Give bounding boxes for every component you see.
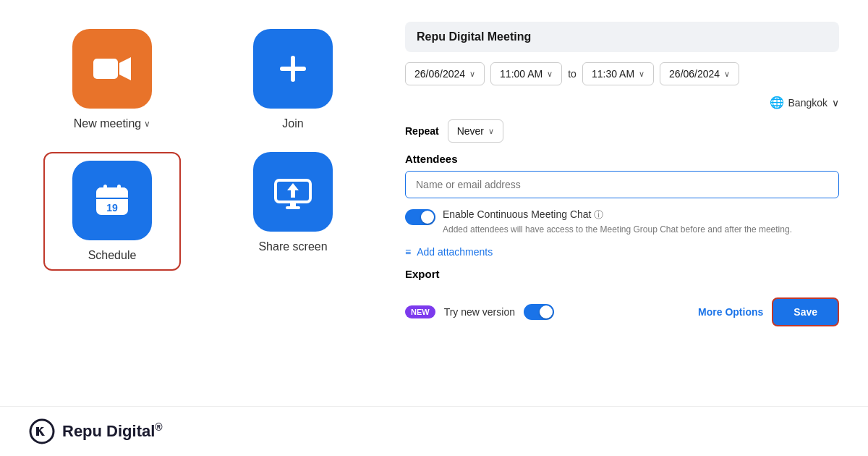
timezone-row: 🌐 Bangkok ∨ bbox=[405, 96, 839, 109]
end-date-chevron: ∨ bbox=[724, 69, 730, 79]
share-screen-text: Share screen bbox=[258, 240, 327, 253]
camera-icon bbox=[93, 56, 131, 82]
new-meeting-item[interactable]: New meeting ∨ bbox=[43, 29, 181, 130]
meeting-title: Repu Digital Meeting bbox=[417, 30, 531, 43]
start-time-chevron: ∨ bbox=[547, 69, 553, 79]
bottom-right: More Options Save bbox=[698, 297, 839, 326]
attachments-row[interactable]: ≡ Add attachments bbox=[405, 246, 839, 258]
svg-rect-9 bbox=[117, 185, 121, 192]
repeat-row: Repeat Never ∨ bbox=[405, 119, 839, 143]
main-container: New meeting ∨ Join bbox=[0, 0, 868, 406]
end-time-dropdown[interactable]: 11:30 AM ∨ bbox=[582, 62, 654, 85]
start-date-dropdown[interactable]: 26/06/2024 ∨ bbox=[405, 62, 485, 85]
svg-marker-1 bbox=[119, 57, 131, 80]
schedule-text: Schedule bbox=[88, 249, 137, 262]
add-attachments-text: Add attachments bbox=[417, 246, 493, 258]
svg-text:19: 19 bbox=[106, 202, 118, 214]
date-time-row: 26/06/2024 ∨ 11:00 AM ∨ to 11:30 AM ∨ 26… bbox=[405, 62, 839, 85]
timezone-chevron: ∨ bbox=[832, 97, 839, 109]
more-options-button[interactable]: More Options bbox=[698, 306, 763, 318]
meeting-title-bar: Repu Digital Meeting bbox=[405, 22, 839, 52]
share-screen-item[interactable]: Share screen bbox=[224, 152, 362, 271]
repeat-chevron: ∨ bbox=[488, 127, 494, 136]
enable-chat-text: Enable Continuous Meeting Chat ⓘ Added a… bbox=[443, 208, 792, 236]
attendees-section: Attendees bbox=[405, 153, 839, 198]
schedule-icon-btn[interactable]: 19 bbox=[72, 161, 152, 240]
attendees-label: Attendees bbox=[405, 153, 839, 165]
start-date-value: 26/06/2024 bbox=[414, 68, 465, 80]
to-label: to bbox=[568, 68, 576, 80]
plus-icon bbox=[277, 53, 309, 85]
end-date-value: 26/06/2024 bbox=[669, 68, 720, 80]
start-date-chevron: ∨ bbox=[469, 69, 475, 79]
repeat-label: Repeat bbox=[405, 125, 439, 137]
svg-rect-12 bbox=[290, 202, 296, 206]
info-icon[interactable]: ⓘ bbox=[594, 209, 603, 220]
new-badge: NEW bbox=[405, 305, 435, 318]
brand-registered: ® bbox=[155, 421, 162, 433]
bottom-bar: NEW Try new version More Options Save bbox=[405, 290, 839, 326]
icon-grid: New meeting ∨ Join bbox=[29, 29, 376, 271]
schedule-label: Schedule bbox=[88, 249, 137, 262]
enable-chat-toggle[interactable] bbox=[405, 209, 435, 225]
start-time-dropdown[interactable]: 11:00 AM ∨ bbox=[490, 62, 562, 85]
save-button[interactable]: Save bbox=[772, 297, 839, 326]
export-label: Export bbox=[405, 268, 839, 280]
join-label: Join bbox=[282, 117, 303, 130]
left-panel: New meeting ∨ Join bbox=[29, 22, 376, 392]
repeat-value: Never bbox=[457, 125, 484, 137]
new-meeting-icon-btn[interactable] bbox=[72, 29, 152, 109]
enable-chat-label: Enable Continuous Meeting Chat bbox=[443, 208, 591, 220]
schedule-item[interactable]: 19 Schedule bbox=[43, 152, 181, 271]
svg-point-15 bbox=[30, 420, 54, 443]
save-label: Save bbox=[793, 306, 817, 318]
join-text: Join bbox=[282, 117, 303, 130]
svg-rect-6 bbox=[96, 193, 128, 198]
more-options-label: More Options bbox=[698, 306, 763, 318]
end-time-value: 11:30 AM bbox=[592, 68, 634, 80]
enable-chat-desc: Added attendees will have access to the … bbox=[443, 224, 792, 236]
attachments-icon: ≡ bbox=[405, 246, 411, 258]
end-time-chevron: ∨ bbox=[639, 69, 644, 79]
timezone-value: Bangkok bbox=[788, 97, 827, 109]
new-meeting-label: New meeting ∨ bbox=[74, 117, 150, 130]
new-meeting-text: New meeting bbox=[74, 117, 141, 130]
bottom-left: NEW Try new version bbox=[405, 304, 554, 320]
share-screen-label: Share screen bbox=[258, 240, 327, 253]
brand-footer: Repu Digital® bbox=[0, 406, 868, 456]
new-meeting-chevron: ∨ bbox=[144, 119, 150, 129]
brand-name-text: Repu Digital bbox=[62, 423, 155, 441]
enable-chat-toggle-row: Enable Continuous Meeting Chat ⓘ Added a… bbox=[405, 208, 839, 236]
start-time-value: 11:00 AM bbox=[500, 68, 542, 80]
join-item[interactable]: Join bbox=[224, 29, 362, 130]
attendees-input[interactable] bbox=[405, 171, 839, 198]
calendar-icon: 19 bbox=[92, 180, 132, 221]
svg-rect-0 bbox=[93, 59, 118, 79]
share-icon bbox=[274, 174, 312, 209]
svg-rect-8 bbox=[103, 185, 107, 192]
end-date-dropdown[interactable]: 26/06/2024 ∨ bbox=[660, 62, 739, 85]
try-new-text: Try new version bbox=[444, 306, 515, 318]
share-screen-icon-btn[interactable] bbox=[253, 152, 333, 232]
brand-name: Repu Digital® bbox=[62, 421, 163, 441]
join-icon-btn[interactable] bbox=[253, 29, 333, 109]
right-panel: Repu Digital Meeting 26/06/2024 ∨ 11:00 … bbox=[405, 22, 839, 392]
brand-logo-icon bbox=[29, 418, 55, 444]
repeat-dropdown[interactable]: Never ∨ bbox=[448, 119, 503, 143]
svg-rect-13 bbox=[286, 206, 300, 209]
svg-marker-14 bbox=[287, 183, 299, 198]
try-new-toggle[interactable] bbox=[524, 304, 554, 320]
globe-icon: 🌐 bbox=[770, 96, 784, 109]
svg-rect-7 bbox=[96, 198, 128, 199]
svg-rect-3 bbox=[280, 67, 306, 71]
